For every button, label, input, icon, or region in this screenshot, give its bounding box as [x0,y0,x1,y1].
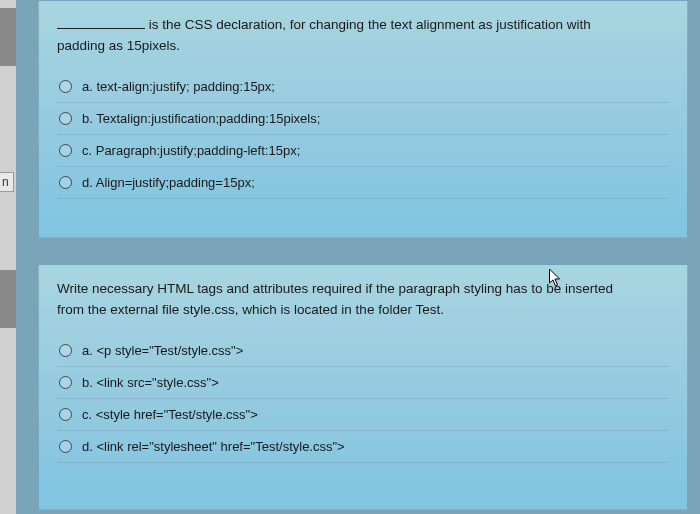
option-b[interactable]: b. Textalign:justification;padding:15pix… [57,103,669,135]
left-marker [0,270,16,328]
option-c[interactable]: c. Paragraph:justify;padding-left:15px; [57,135,669,167]
radio-icon[interactable] [59,408,72,421]
prompt-text: from the external file style.css, which … [57,302,444,317]
option-label: c. Paragraph:justify;padding-left:15px; [82,143,300,158]
question-card: Write necessary HTML tags and attributes… [38,264,688,510]
radio-icon[interactable] [59,176,72,189]
option-a[interactable]: a. text-align:justify; padding:15px; [57,71,669,103]
option-b[interactable]: b. <link src="style.css"> [57,367,669,399]
left-marker [0,8,16,66]
option-label: d. <link rel="stylesheet" href="Test/sty… [82,439,345,454]
option-d[interactable]: d. Align=justify;padding=15px; [57,167,669,199]
radio-icon[interactable] [59,376,72,389]
fill-blank [57,16,145,29]
options-list: a. <p style="Test/style.css"> b. <link s… [57,335,669,463]
options-list: a. text-align:justify; padding:15px; b. … [57,71,669,199]
radio-icon[interactable] [59,112,72,125]
radio-icon[interactable] [59,80,72,93]
option-label: a. text-align:justify; padding:15px; [82,79,275,94]
prompt-text: padding as 15pixels. [57,38,180,53]
question-prompt: Write necessary HTML tags and attributes… [57,279,669,321]
option-label: d. Align=justify;padding=15px; [82,175,255,190]
prompt-text: is the CSS declaration, for changing the… [145,17,591,32]
side-tab[interactable]: n [0,172,14,192]
radio-icon[interactable] [59,144,72,157]
option-a[interactable]: a. <p style="Test/style.css"> [57,335,669,367]
option-d[interactable]: d. <link rel="stylesheet" href="Test/sty… [57,431,669,463]
left-gutter [0,0,16,514]
option-label: b. Textalign:justification;padding:15pix… [82,111,320,126]
option-label: a. <p style="Test/style.css"> [82,343,243,358]
option-label: c. <style href="Test/style.css"> [82,407,258,422]
radio-icon[interactable] [59,440,72,453]
option-label: b. <link src="style.css"> [82,375,219,390]
question-card: is the CSS declaration, for changing the… [38,0,688,238]
radio-icon[interactable] [59,344,72,357]
prompt-text: Write necessary HTML tags and attributes… [57,281,613,296]
question-prompt: is the CSS declaration, for changing the… [57,15,669,57]
option-c[interactable]: c. <style href="Test/style.css"> [57,399,669,431]
